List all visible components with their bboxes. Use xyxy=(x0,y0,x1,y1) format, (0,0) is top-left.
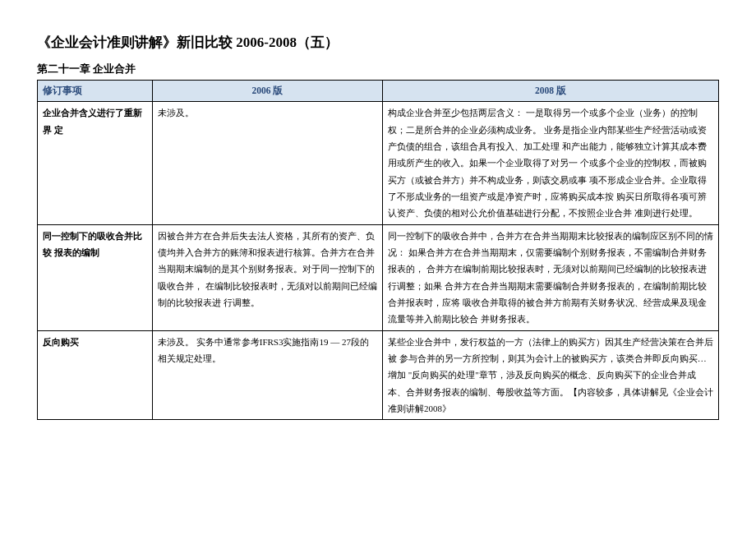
row-item: 企业合并含义进行了重新界 定 xyxy=(38,102,153,224)
table-row: 企业合并含义进行了重新界 定 未涉及。 构成企业合并至少包括两层含义： 一是取得… xyxy=(38,102,719,224)
section-title: 第二十一章 企业合并 xyxy=(37,62,719,76)
row-2008: 某些企业合并中，发行权益的一方（法律上的购买方）因其生产经营决策在合并后被 参与… xyxy=(383,330,719,420)
table-header-row: 修订事项 2006 版 2008 版 xyxy=(38,81,719,102)
row-2006: 因被合并方在合并后失去法人资格，其所有的资产、负债均并入合并方的账簿和报表进行核… xyxy=(153,224,383,330)
row-2008: 同一控制下的吸收合并中，合并方在合并当期期末比较报表的编制应区别不同的情况： 如… xyxy=(383,224,719,330)
row-2008: 构成企业合并至少包括两层含义： 一是取得另一个或多个企业（业务）的控制权；二是所… xyxy=(383,102,719,224)
header-item: 修订事项 xyxy=(38,81,153,102)
row-2006: 未涉及。 实务中通常参考IFRS3实施指南19 — 27段的相关规定处理。 xyxy=(153,330,383,420)
row-item: 同一控制下的吸收合并比较 报表的编制 xyxy=(38,224,153,330)
comparison-table: 修订事项 2006 版 2008 版 企业合并含义进行了重新界 定 未涉及。 构… xyxy=(37,80,719,420)
row-2006: 未涉及。 xyxy=(153,102,383,224)
header-2008: 2008 版 xyxy=(383,81,719,102)
table-row: 同一控制下的吸收合并比较 报表的编制 因被合并方在合并后失去法人资格，其所有的资… xyxy=(38,224,719,330)
header-2006: 2006 版 xyxy=(153,81,383,102)
table-row: 反向购买 未涉及。 实务中通常参考IFRS3实施指南19 — 27段的相关规定处… xyxy=(38,330,719,420)
row-item: 反向购买 xyxy=(38,330,153,420)
document-title: 《企业会计准则讲解》新旧比较 2006-2008（五） xyxy=(37,33,719,52)
